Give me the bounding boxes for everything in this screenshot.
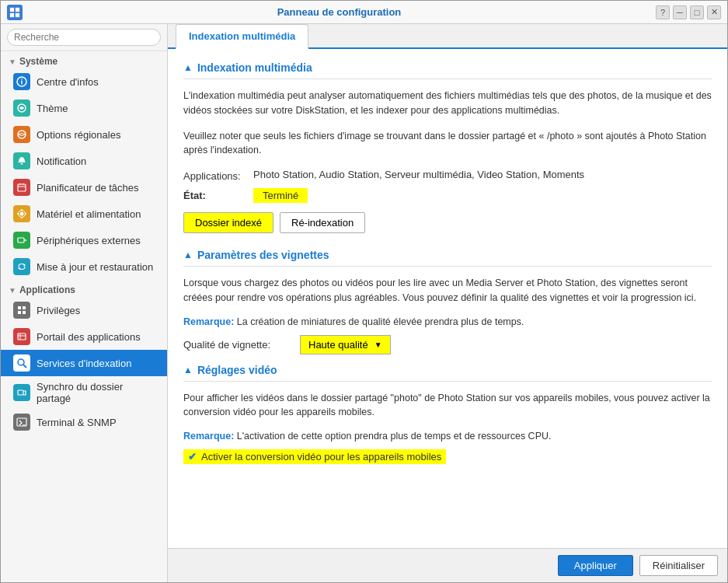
section-systeme[interactable]: ▼ Système (1, 51, 167, 68)
remark-text-value2: L'activation de cette option prendra plu… (237, 431, 552, 442)
checkbox-label: Activer la conversion vidéo pour les app… (201, 451, 441, 463)
applications-row: Applications: Photo Station, Audio Stati… (183, 169, 712, 182)
dropdown-arrow-icon: ▼ (374, 340, 382, 349)
sidebar-item-label: Périphériques externes (37, 235, 141, 246)
sidebar-item-label: Mise à jour et restauration (37, 261, 153, 273)
svg-rect-33 (18, 390, 23, 395)
applications-value: Photo Station, Audio Station, Serveur mu… (253, 169, 584, 180)
theme-icon (13, 99, 30, 117)
remark-label2: Remarque: (183, 431, 234, 442)
indexation-icon (13, 354, 30, 372)
restore-button[interactable]: □ (690, 5, 704, 19)
window-title: Panneau de configuration (23, 6, 656, 18)
sidebar-item-portail[interactable]: Portail des applications (1, 323, 167, 350)
terminal-icon (13, 414, 30, 431)
svg-line-32 (23, 365, 26, 368)
titlebar-left (7, 5, 23, 20)
section2-remark: Remarque: La création de miniatures de q… (183, 316, 712, 327)
section-applications[interactable]: ▼ Applications (1, 280, 167, 297)
checkbox-checked-icon[interactable]: ✔ (188, 451, 197, 463)
sidebar-item-privileges[interactable]: Privilèges (1, 297, 167, 323)
sidebar-item-synchro[interactable]: Synchro du dossier partagé (1, 376, 167, 409)
status-row: État: Terminé (183, 188, 712, 203)
quality-select[interactable]: Haute qualité ▼ (300, 335, 391, 354)
sidebar-item-indexation[interactable]: Services d'indexation (1, 350, 167, 376)
svg-point-6 (21, 79, 23, 80)
search-input[interactable] (7, 29, 161, 46)
sidebar-item-label: Services d'indexation (37, 358, 131, 369)
status-label: État: (183, 190, 246, 201)
sync-icon (13, 384, 30, 401)
sidebar-item-theme[interactable]: Thème (1, 95, 167, 121)
close-button[interactable]: ✕ (707, 5, 721, 19)
svg-rect-1 (16, 7, 19, 11)
video-conversion-checkbox-container: ✔ Activer la conversion vidéo pour les a… (183, 449, 446, 464)
sidebar-item-peripheriques[interactable]: Périphériques externes (1, 227, 167, 253)
svg-rect-25 (23, 306, 26, 309)
section1-chevron-icon: ▲ (183, 62, 193, 73)
svg-rect-26 (18, 311, 21, 314)
reindex-button[interactable]: Ré-indexation (280, 212, 365, 233)
svg-rect-28 (18, 333, 26, 340)
quality-row: Qualité de vignette: Haute qualité ▼ (183, 335, 712, 354)
section2-title: Paramètres des vignettes (197, 249, 329, 261)
action-buttons: Dossier indexé Ré-indexation (183, 212, 712, 233)
svg-rect-2 (10, 12, 14, 16)
remark-label: Remarque: (183, 316, 234, 327)
applications-label: Applications: (183, 169, 246, 182)
svg-rect-20 (18, 238, 24, 243)
reset-button[interactable]: Réinitialiser (639, 555, 718, 576)
sidebar-item-label: Options régionales (37, 129, 120, 141)
minimize-button[interactable]: ─ (673, 5, 687, 19)
section2-description: Lorsque vous chargez des photos ou vidéo… (183, 276, 712, 305)
sidebar-item-terminal[interactable]: Terminal & SNMP (1, 409, 167, 435)
sidebar-item-miseajour[interactable]: Mise à jour et restauration (1, 253, 167, 280)
svg-point-14 (20, 212, 24, 216)
info-icon (13, 73, 30, 90)
svg-rect-3 (16, 12, 19, 16)
checkbox-row: ✔ Activer la conversion vidéo pour les a… (183, 449, 712, 464)
svg-point-8 (18, 131, 26, 138)
apply-button[interactable]: Appliquer (558, 555, 633, 576)
sidebar: ▼ Système Centre d'infos Thème Optio (1, 24, 168, 582)
regional-icon (13, 126, 30, 143)
section3-description: Pour afficher les vidéos dans le dossier… (183, 391, 712, 421)
chevron-down-icon: ▼ (9, 286, 16, 295)
section1-description2: Veuillez noter que seuls les fichiers d'… (183, 129, 712, 159)
section2-header: ▲ Paramètres des vignettes (183, 249, 712, 267)
section-systeme-label: Système (19, 56, 57, 67)
section3-chevron-icon: ▲ (183, 365, 193, 375)
content-area: Indexation multimédia ▲ Indexation multi… (168, 24, 727, 582)
svg-rect-27 (23, 311, 26, 314)
sidebar-item-label: Terminal & SNMP (37, 417, 117, 428)
svg-point-31 (18, 359, 24, 365)
sidebar-item-label: Centre d'infos (37, 76, 99, 88)
sidebar-item-options-regionales[interactable]: Options régionales (1, 121, 167, 148)
status-value: Terminé (253, 188, 308, 203)
indexed-folder-button[interactable]: Dossier indexé (183, 212, 273, 233)
footer-bar: Appliquer Réinitialiser (168, 548, 727, 582)
sidebar-item-materiel[interactable]: Matériel et alimentation (1, 201, 167, 227)
section1-description1: L'indexation multimédia peut analyser au… (183, 89, 712, 118)
svg-rect-5 (21, 81, 22, 85)
tab-indexation-multimedia[interactable]: Indexation multimédia (176, 24, 308, 49)
sidebar-item-label: Synchro du dossier partagé (37, 381, 159, 404)
external-icon (13, 232, 30, 249)
section-applications-label: Applications (19, 285, 75, 295)
help-button[interactable]: ? (656, 5, 670, 19)
section3-remark: Remarque: L'activation de cette option p… (183, 431, 712, 442)
svg-marker-22 (23, 264, 26, 267)
sidebar-item-label: Portail des applications (37, 331, 141, 343)
sidebar-item-label: Notification (37, 155, 86, 167)
sidebar-item-label: Thème (37, 103, 68, 114)
content-scroll: ▲ Indexation multimédia L'indexation mul… (168, 49, 727, 548)
svg-rect-9 (21, 163, 23, 165)
sidebar-item-notification[interactable]: Notification (1, 148, 167, 174)
update-icon (13, 258, 30, 275)
sidebar-item-centre-infos[interactable]: Centre d'infos (1, 68, 167, 95)
quality-label: Qualité de vignette: (183, 339, 292, 351)
app-icon (7, 5, 23, 20)
sidebar-item-planificateur[interactable]: Planificateur de tâches (1, 174, 167, 201)
section1-title: Indexation multimédia (197, 61, 312, 74)
scheduler-icon (13, 179, 30, 196)
